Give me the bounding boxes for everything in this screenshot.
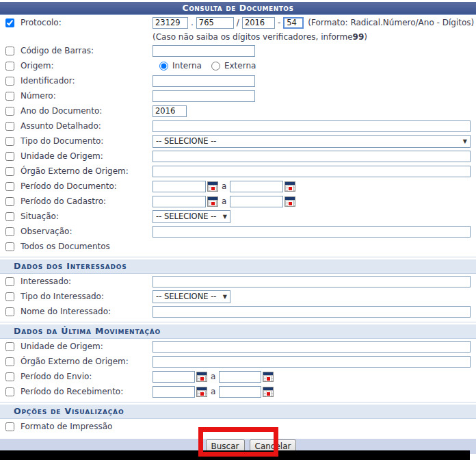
formato-impressao-checkbox[interactable] [5, 422, 14, 431]
origem-externa-radio[interactable] [211, 62, 220, 71]
interessado-input[interactable] [153, 276, 471, 288]
protocolo-numero-input[interactable] [196, 17, 234, 29]
numero-label: Número: [21, 91, 56, 101]
numero-input[interactable] [153, 90, 255, 102]
chevron-down-icon: ▼ [223, 214, 227, 220]
periodo-documento-checkbox[interactable] [5, 182, 14, 191]
protocolo-slash-separator: / [237, 18, 239, 27]
unidade-origem-input[interactable] [153, 151, 471, 162]
tipo-interessado-selected-option: -- SELECIONE -- [156, 292, 217, 301]
row-orgao-externo-origem: Órgão Externo de Origem: [0, 164, 476, 179]
protocolo-dot-separator: . [191, 18, 194, 27]
periodo-cadastro-inicio-input[interactable] [153, 196, 206, 207]
unidade-origem-checkbox[interactable] [5, 152, 14, 161]
ano-documento-input[interactable] [153, 105, 187, 117]
periodo-envio-checkbox[interactable] [5, 372, 14, 381]
periodo-envio-inicio-input[interactable] [153, 371, 195, 383]
mov-unidade-origem-input[interactable] [153, 341, 471, 353]
section-header-interessados: Dados dos Interessados [0, 259, 476, 274]
orgao-externo-origem-input[interactable] [153, 166, 471, 177]
todos-documentos-label: Todos os Documentos [21, 242, 110, 251]
calendar-icon[interactable] [207, 181, 218, 192]
calendar-icon[interactable] [263, 372, 274, 382]
nome-interessado-label: Nome do Interessado: [21, 307, 111, 316]
calendar-icon[interactable] [285, 181, 295, 192]
periodo-cadastro-fim-input[interactable] [230, 196, 283, 207]
periodo-recebimento-fim-input[interactable] [219, 386, 261, 398]
row-periodo-envio: Período do Envio: a [0, 369, 476, 384]
protocolo-hint-after: ) [364, 32, 367, 42]
mov-unidade-origem-checkbox[interactable] [5, 342, 14, 351]
periodo-envio-a-separator: a [211, 372, 215, 381]
identificador-checkbox[interactable] [5, 77, 14, 86]
section-divider [0, 257, 476, 257]
periodo-recebimento-a-separator: a [211, 387, 215, 396]
protocolo-checkbox[interactable] [5, 18, 14, 27]
tipo-interessado-checkbox[interactable] [5, 292, 14, 301]
calendar-icon[interactable] [196, 387, 207, 397]
mov-orgao-externo-origem-checkbox[interactable] [5, 357, 14, 366]
origem-checkbox[interactable] [5, 62, 14, 71]
ano-documento-checkbox[interactable] [5, 107, 14, 116]
codigo-barras-input[interactable] [153, 45, 255, 57]
tipo-interessado-select[interactable]: -- SELECIONE -- ▼ [153, 290, 230, 303]
nome-interessado-checkbox[interactable] [5, 307, 14, 316]
tipo-interessado-label: Tipo do Interessado: [21, 292, 104, 301]
row-periodo-documento: Período do Documento: a [0, 179, 476, 194]
observacao-input[interactable] [153, 226, 471, 238]
row-origem: Origem: Interna Externa [0, 58, 476, 73]
origem-interna-label: Interna [172, 61, 202, 71]
periodo-envio-fim-input[interactable] [219, 371, 261, 383]
todos-documentos-checkbox[interactable] [5, 242, 14, 251]
row-numero: Número: [0, 88, 476, 103]
protocolo-ano-input[interactable] [242, 17, 275, 29]
row-interessado: Interessado: [0, 274, 476, 289]
assunto-detalhado-input[interactable] [153, 120, 471, 132]
tipo-documento-select[interactable]: -- SELECIONE -- ▼ [153, 135, 471, 148]
protocolo-radical-input[interactable] [153, 17, 188, 29]
orgao-externo-origem-label: Órgão Externo de Origem: [21, 166, 129, 176]
calendar-icon[interactable] [196, 372, 207, 382]
numero-checkbox[interactable] [5, 92, 14, 101]
row-ano-documento: Ano do Documento: [0, 103, 476, 118]
assunto-detalhado-checkbox[interactable] [5, 122, 14, 131]
row-periodo-cadastro: Período do Cadastro: a [0, 194, 476, 209]
orgao-externo-origem-checkbox[interactable] [5, 167, 14, 176]
calendar-icon[interactable] [263, 387, 274, 397]
tipo-documento-checkbox[interactable] [5, 137, 14, 146]
periodo-recebimento-inicio-input[interactable] [153, 386, 195, 398]
observacao-checkbox[interactable] [5, 227, 14, 236]
periodo-cadastro-checkbox[interactable] [5, 197, 14, 206]
mov-orgao-externo-origem-input[interactable] [153, 356, 471, 368]
periodo-documento-inicio-input[interactable] [153, 181, 206, 192]
origem-label: Origem: [21, 61, 53, 71]
periodo-documento-fim-input[interactable] [230, 181, 283, 192]
codigo-barras-checkbox[interactable] [5, 47, 14, 55]
nome-interessado-input[interactable] [153, 306, 471, 318]
origem-externa-label: Externa [224, 61, 256, 71]
mov-orgao-externo-origem-label: Órgão Externo de Origem: [21, 357, 129, 366]
identificador-input[interactable] [153, 75, 255, 87]
section-header-visualizacao: Opções de Visualização [0, 405, 476, 419]
protocolo-hint-99: 99 [353, 32, 365, 42]
periodo-documento-label: Período do Documento: [21, 181, 117, 191]
calendar-icon[interactable] [207, 196, 218, 207]
row-nome-interessado: Nome do Interessado: [0, 304, 476, 319]
interessado-checkbox[interactable] [5, 277, 14, 286]
protocolo-dash-separator: - [278, 18, 280, 27]
row-periodo-recebimento: Período do Recebimento: a [0, 384, 476, 399]
calendar-icon[interactable] [285, 196, 295, 207]
row-tipo-documento: Tipo do Documento: -- SELECIONE -- ▼ [0, 133, 476, 149]
ano-documento-label: Ano do Documento: [21, 106, 102, 116]
page-title: Consulta de Documentos [0, 2, 476, 15]
observacao-label: Observação: [21, 227, 72, 236]
row-mov-unidade-origem: Unidade de Origem: [0, 339, 476, 354]
protocolo-digitos-input[interactable] [283, 17, 304, 29]
assunto-detalhado-label: Assunto Detalhado: [21, 121, 101, 131]
situacao-checkbox[interactable] [5, 212, 14, 221]
origem-interna-radio[interactable] [159, 62, 168, 71]
protocolo-format-note: (Formato: Radical.Número/Ano - Dígitos) [308, 18, 474, 27]
situacao-select[interactable]: -- SELECIONE -- ▼ [153, 210, 230, 223]
tipo-documento-label: Tipo do Documento: [21, 136, 103, 146]
periodo-recebimento-checkbox[interactable] [5, 387, 14, 396]
